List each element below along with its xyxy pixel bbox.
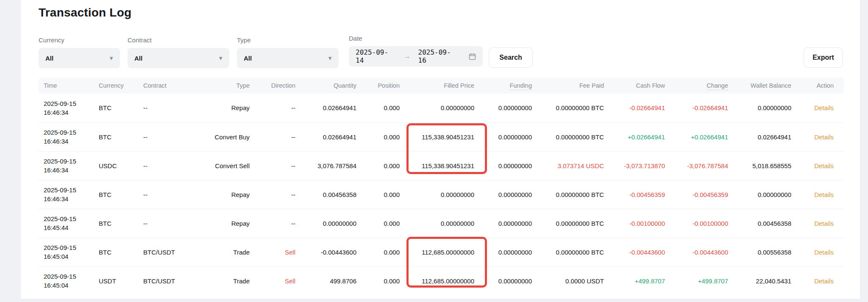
- cell-contract: BTC/USDT: [138, 238, 204, 266]
- cell-time: 2025-09-15 16:45:44: [39, 209, 94, 238]
- cell-cash-flow: -0.02664941: [609, 94, 670, 122]
- currency-select[interactable]: All ▼: [39, 48, 120, 68]
- cell-cash-flow: -3,073.713870: [609, 151, 670, 180]
- cell-direction: Sell: [255, 266, 300, 295]
- cell-quantity: 3,076.787584: [300, 151, 362, 180]
- cell-quantity: 0.00456358: [300, 180, 362, 209]
- col-fee-paid: Fee Paid: [537, 78, 609, 94]
- cell-position: 0.000: [362, 266, 405, 295]
- cell-wallet-balance: 22,040.5431: [733, 266, 796, 295]
- date-range-input[interactable]: 2025-09-14 → 2025-09-16: [349, 46, 483, 66]
- cell-cash-flow: +0.02664941: [609, 122, 670, 151]
- cell-currency: BTC: [94, 94, 138, 122]
- cell-quantity: 0.02664941: [300, 122, 362, 151]
- chevron-down-icon: ▼: [327, 55, 333, 61]
- contract-select[interactable]: All ▼: [128, 48, 229, 68]
- cell-filled-price: 112,685.00000000: [405, 266, 479, 295]
- date-filter-label: Date: [349, 35, 483, 42]
- date-filter-group: Date 2025-09-14 → 2025-09-16: [349, 35, 483, 66]
- col-time: Time: [39, 78, 94, 94]
- col-currency: Currency: [94, 78, 138, 94]
- cell-position: 0.000: [362, 180, 405, 209]
- cell-direction: --: [255, 122, 300, 151]
- cell-fee-paid: 0.00000000 BTC: [537, 209, 609, 238]
- col-wallet-balance: Wallet Balance: [733, 78, 796, 94]
- transaction-log-panel: Transaction Log Currency All ▼ Contract …: [20, 0, 860, 299]
- cell-quantity: 0.00000000: [300, 209, 362, 238]
- cell-action: Details: [796, 180, 844, 209]
- details-link[interactable]: Details: [814, 133, 834, 141]
- cell-change: -0.00456359: [670, 180, 733, 209]
- col-action: Action: [796, 78, 844, 94]
- cell-position: 0.000: [362, 94, 405, 122]
- cell-contract: --: [138, 180, 204, 209]
- type-select[interactable]: All ▼: [237, 48, 339, 68]
- cell-cash-flow: -0.00100000: [609, 209, 670, 238]
- calendar-icon: [469, 53, 476, 60]
- cell-position: 0.000: [362, 122, 405, 151]
- details-link[interactable]: Details: [814, 162, 834, 169]
- col-cash-flow: Cash Flow: [609, 78, 670, 94]
- cell-wallet-balance: 5,018.658555: [733, 151, 796, 180]
- cell-direction: --: [255, 151, 300, 180]
- export-button[interactable]: Export: [804, 47, 843, 68]
- cell-cash-flow: -0.00443600: [609, 238, 670, 266]
- cell-type: Repay: [204, 180, 255, 209]
- cell-time: 2025-09-15 16:46:34: [39, 151, 94, 180]
- cell-time: 2025-09-15 16:46:34: [39, 94, 94, 122]
- cell-position: 0.000: [362, 151, 405, 180]
- details-link[interactable]: Details: [814, 249, 834, 256]
- cell-position: 0.000: [362, 209, 405, 238]
- cell-wallet-balance: 0.02664941: [733, 122, 796, 151]
- cell-funding: 0.00000000: [479, 266, 537, 295]
- col-type: Type: [204, 78, 255, 94]
- table-row: 2025-09-15 16:45:44BTC--Repay--0.0000000…: [39, 209, 844, 238]
- col-filled-price: Filled Price: [405, 78, 479, 94]
- cell-cash-flow: -0.00456359: [609, 180, 670, 209]
- cell-currency: USDT: [94, 266, 138, 295]
- cell-currency: BTC: [94, 238, 138, 266]
- cell-funding: 0.00000000: [479, 151, 537, 180]
- cell-funding: 0.00000000: [479, 209, 537, 238]
- table-header-row: TimeCurrencyContractTypeDirectionQuantit…: [39, 78, 844, 94]
- cell-wallet-balance: 0.00000000: [733, 180, 796, 209]
- cell-change: -0.00443600: [670, 238, 733, 266]
- cell-currency: BTC: [94, 180, 138, 209]
- col-change: Change: [670, 78, 733, 94]
- cell-fee-paid: 0.00000000 BTC: [537, 94, 609, 122]
- details-link[interactable]: Details: [814, 277, 834, 285]
- contract-select-value: All: [134, 55, 142, 62]
- cell-cash-flow: +499.8707: [609, 266, 670, 295]
- cell-contract: --: [138, 151, 204, 180]
- table-row: 2025-09-15 16:45:04BTCBTC/USDTTradeSell-…: [39, 238, 844, 266]
- cell-direction: Sell: [255, 238, 300, 266]
- cell-change: +499.8707: [670, 266, 733, 295]
- cell-type: Repay: [204, 209, 255, 238]
- cell-contract: --: [138, 209, 204, 238]
- cell-fee-paid: 0.00000000 BTC: [537, 180, 609, 209]
- cell-fee-paid: 0.00000000 BTC: [537, 122, 609, 151]
- contract-filter-group: Contract All ▼: [128, 36, 229, 68]
- search-button[interactable]: Search: [489, 47, 533, 68]
- details-link[interactable]: Details: [814, 220, 834, 227]
- date-start-value: 2025-09-14: [356, 48, 396, 64]
- cell-direction: --: [255, 180, 300, 209]
- cell-wallet-balance: 0.00456358: [733, 209, 796, 238]
- cell-contract: --: [138, 94, 204, 122]
- col-quantity: Quantity: [300, 78, 362, 94]
- cell-currency: BTC: [94, 209, 138, 238]
- details-link[interactable]: Details: [814, 104, 834, 111]
- currency-filter-label: Currency: [39, 36, 120, 44]
- chevron-down-icon: ▼: [108, 55, 114, 61]
- cell-fee-paid: 0.00000000 BTC: [537, 238, 609, 266]
- details-link[interactable]: Details: [814, 191, 834, 198]
- cell-fee-paid: 0.0000 USDT: [537, 266, 609, 295]
- currency-filter-group: Currency All ▼: [39, 36, 120, 68]
- cell-type: Trade: [204, 266, 255, 295]
- cell-action: Details: [796, 209, 844, 238]
- cell-filled-price: 0.00000000: [405, 94, 479, 122]
- cell-action: Details: [796, 122, 844, 151]
- cell-type: Convert Buy: [204, 122, 255, 151]
- table-row: 2025-09-15 16:45:04USDTBTC/USDTTradeSell…: [39, 266, 844, 295]
- cell-time: 2025-09-15 16:46:34: [39, 180, 94, 209]
